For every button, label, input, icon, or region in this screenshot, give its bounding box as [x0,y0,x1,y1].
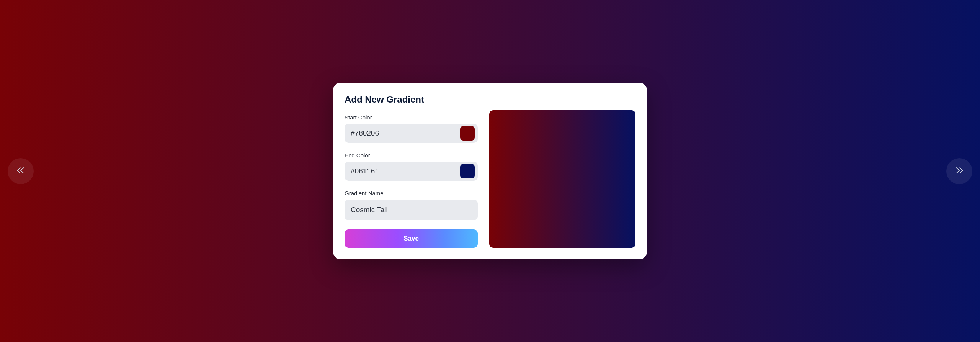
save-button[interactable]: Save [345,229,478,248]
start-color-input[interactable] [351,126,460,141]
form-column: Add New Gradient Start Color End Color G… [345,94,478,248]
next-button[interactable] [946,158,972,184]
gradient-name-label: Gradient Name [345,190,478,196]
gradient-preview [489,110,635,248]
card-title: Add New Gradient [345,94,478,105]
chevron-double-right-icon [954,165,965,177]
start-color-row [345,124,478,143]
prev-button[interactable] [8,158,34,184]
start-color-swatch[interactable] [460,126,475,141]
gradient-name-input[interactable] [351,202,472,218]
gradient-name-row [345,200,478,220]
add-gradient-card: Add New Gradient Start Color End Color G… [333,83,647,259]
end-color-label: End Color [345,152,478,159]
end-color-input[interactable] [351,164,460,178]
end-color-row [345,162,478,181]
start-color-label: Start Color [345,114,478,121]
chevron-double-left-icon [15,165,26,177]
end-color-swatch[interactable] [460,164,475,178]
